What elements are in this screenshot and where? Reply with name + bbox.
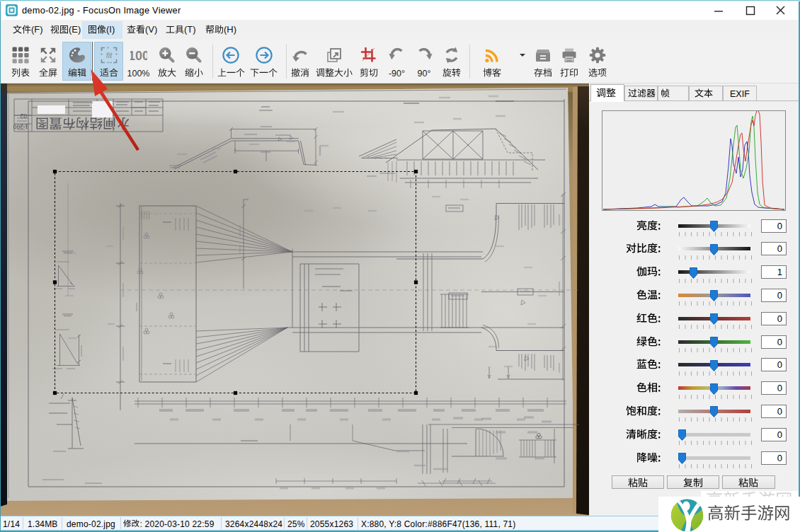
svg-text:fit: fit [105, 51, 113, 59]
